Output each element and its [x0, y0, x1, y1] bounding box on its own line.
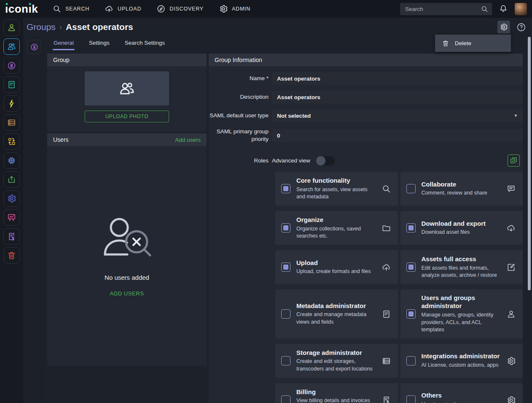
description-field[interactable] [272, 91, 523, 103]
acl-section-icon[interactable] [27, 40, 41, 54]
sidebar-item-exports[interactable] [3, 171, 20, 188]
role-card-storage-administrator[interactable]: Storage administrator Create and edit st… [275, 344, 398, 378]
help-icon[interactable] [516, 22, 526, 32]
keyhole-icon [7, 61, 16, 70]
group-info-title: Group Information [215, 57, 262, 63]
page-actions-button[interactable] [497, 21, 510, 33]
breadcrumb-groups-link[interactable]: Groups [27, 22, 56, 32]
document-icon [7, 80, 16, 89]
role-description: Manage users, groups, identity providers… [422, 311, 502, 334]
search-icon [377, 184, 391, 194]
check-pages-icon [510, 157, 518, 165]
chip-icon [7, 156, 16, 165]
menu-item-delete[interactable]: Delete [435, 35, 511, 52]
app-logo[interactable]: ıconık [5, 3, 38, 16]
sidebar-item-transcoders[interactable] [3, 152, 20, 169]
no-users-text: No users added [105, 274, 149, 281]
role-card-upload[interactable]: Upload Upload, create formats and files [275, 250, 398, 284]
sidebar-item-trash[interactable] [3, 247, 20, 264]
main-nav: SEARCHUPLOADDISCOVERYADMIN [52, 4, 250, 14]
role-checkbox[interactable] [281, 223, 290, 233]
tab-search-settings[interactable]: Search Settings [125, 36, 165, 51]
sidebar-item-settings[interactable] [3, 190, 20, 207]
scrollbar[interactable] [528, 37, 531, 290]
role-checkbox[interactable] [281, 395, 290, 403]
role-description: Search for assets, view assets and metad… [296, 186, 377, 201]
role-card-assets-full-access[interactable]: Assets full access Edit assets files and… [400, 250, 523, 284]
sidebar-item-transfers[interactable] [3, 133, 20, 150]
role-card-collaborate[interactable]: Collaborate Comment, review and share [400, 172, 523, 206]
add-users-button[interactable]: ADD USERS [110, 290, 144, 297]
role-title: Download and export [422, 220, 486, 228]
role-description: Upload, create formats and files [296, 268, 371, 276]
user-avatar[interactable] [515, 3, 527, 15]
role-card-download-and-export[interactable]: Download and export Download asset files [400, 211, 523, 245]
role-title: Integrations administrator [422, 352, 500, 360]
saml-priority-field[interactable] [272, 129, 523, 142]
role-checkbox[interactable] [281, 309, 290, 319]
role-checkbox[interactable] [406, 395, 416, 403]
group-people-icon [118, 79, 136, 98]
role-checkbox[interactable] [406, 309, 416, 319]
advanced-view-toggle[interactable] [316, 156, 335, 165]
invoice-icon: $ [377, 395, 391, 403]
notifications-bell-icon[interactable] [499, 4, 508, 14]
role-card-core-functionality[interactable]: Core functionality Search for assets, vi… [275, 172, 398, 206]
role-card-metadata-administrator[interactable]: Metadata administrator Create and manage… [275, 289, 398, 338]
trash-icon [7, 251, 16, 260]
role-card-integrations-administrator[interactable]: Integrations administrator AI License, c… [400, 344, 523, 378]
nav-item-label: DISCOVERY [169, 6, 204, 12]
export-icon [7, 175, 16, 184]
sidebar-item-groups[interactable] [3, 38, 20, 55]
invoice-icon: $ [7, 232, 16, 241]
nav-item-admin[interactable]: ADMIN [219, 4, 250, 14]
role-card-billing[interactable]: Billing View billing details and invoice… [275, 383, 398, 403]
global-search [400, 3, 492, 15]
nav-item-discovery[interactable]: DISCOVERY [156, 4, 204, 14]
role-checkbox[interactable] [281, 356, 290, 365]
people-icon [7, 42, 16, 51]
upload-photo-button[interactable]: UPLOAD PHOTO [85, 111, 169, 122]
trash-icon [442, 40, 449, 47]
search-input[interactable] [405, 6, 481, 12]
page-title: Asset operators [66, 22, 133, 32]
search-icon [52, 4, 62, 14]
name-field[interactable] [272, 72, 523, 85]
role-checkbox[interactable] [281, 184, 290, 193]
role-checkbox[interactable] [406, 184, 416, 193]
role-title: Users and groups administrator [422, 294, 502, 310]
sidebar-item-billing[interactable]: $ [3, 228, 20, 245]
role-card-others[interactable]: Others Uncategorized [400, 383, 523, 403]
description-label: Description [209, 93, 272, 101]
role-card-users-and-groups-administrator[interactable]: Users and groups administrator Manage us… [400, 289, 523, 338]
sidebar-item-actions[interactable] [3, 95, 20, 112]
gear-icon [219, 4, 228, 14]
role-card-organize[interactable]: Organize Organize collections, saved sea… [275, 211, 398, 245]
sidebar-item-acls[interactable] [3, 57, 20, 74]
select-all-roles-button[interactable] [508, 154, 520, 167]
role-checkbox[interactable] [406, 223, 416, 233]
tab-general[interactable]: General [54, 36, 74, 51]
nav-item-label: ADMIN [232, 6, 250, 12]
person-icon [502, 309, 516, 319]
compass-icon [156, 4, 166, 14]
nav-item-search[interactable]: SEARCH [52, 4, 89, 14]
sidebar-item-metadata[interactable] [3, 76, 20, 93]
roles-label: Roles [209, 157, 272, 165]
document-icon [377, 309, 391, 319]
lightning-icon [7, 99, 16, 108]
group-photo-placeholder[interactable] [85, 71, 169, 105]
sidebar-item-storages[interactable] [3, 114, 20, 131]
role-checkbox[interactable] [406, 356, 416, 365]
role-checkbox[interactable] [406, 262, 416, 272]
nav-item-upload[interactable]: UPLOAD [105, 4, 141, 14]
person-icon [7, 23, 16, 32]
sidebar-item-users[interactable] [3, 19, 20, 36]
add-users-link[interactable]: Add users [175, 137, 201, 143]
role-checkbox[interactable] [281, 262, 290, 272]
sidebar-item-analytics[interactable] [3, 209, 20, 226]
saml-type-select[interactable]: Not selected ▼ [272, 109, 523, 122]
tab-settings[interactable]: Settings [89, 36, 110, 51]
advanced-view-label: Advanced view [272, 157, 310, 164]
search-icon[interactable] [481, 5, 489, 13]
